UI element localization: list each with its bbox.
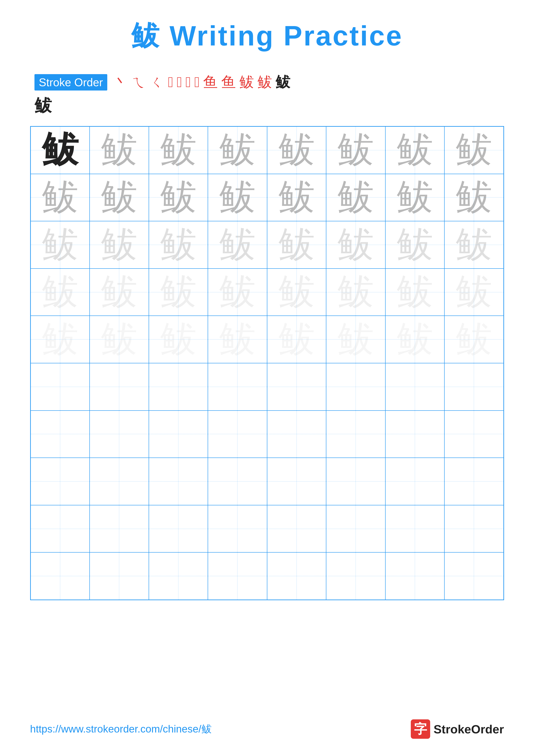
grid-cell-r3c2[interactable]: 鲅 bbox=[89, 221, 149, 269]
grid-cell-r3c4[interactable]: 鲅 bbox=[208, 221, 267, 269]
grid-cell-r6c3[interactable] bbox=[149, 363, 208, 411]
grid-cell-r5c3[interactable]: 鲅 bbox=[149, 316, 208, 363]
grid-cell-r2c4[interactable]: 鲅 bbox=[208, 174, 267, 221]
grid-cell-r9c7[interactable] bbox=[385, 505, 445, 553]
stroke-order-section: Stroke Order 丶 ㄟ ㄑ 𠂇 𠂇 𠂇 𠂇 鱼 鱼 鲅 鲅 鲅 bbox=[35, 72, 517, 92]
grid-cell-r5c6[interactable]: 鲅 bbox=[326, 316, 385, 363]
grid-cell-r1c3[interactable]: 鲅 bbox=[149, 126, 208, 174]
grid-cell-r9c2[interactable] bbox=[89, 505, 149, 553]
grid-cell-r3c5[interactable]: 鲅 bbox=[267, 221, 326, 269]
grid-cell-r2c1[interactable]: 鲅 bbox=[31, 174, 90, 221]
stroke-9: 鱼 bbox=[221, 72, 236, 92]
grid-cell-r8c4[interactable] bbox=[208, 458, 267, 505]
stroke-7: 𠂇 bbox=[194, 74, 200, 91]
grid-cell-r10c6[interactable] bbox=[326, 552, 385, 600]
grid-cell-r8c7[interactable] bbox=[385, 458, 445, 505]
grid-cell-r5c5[interactable]: 鲅 bbox=[267, 316, 326, 363]
grid-cell-r8c1[interactable] bbox=[31, 458, 90, 505]
grid-cell-r6c8[interactable] bbox=[445, 363, 504, 411]
grid-cell-r4c4[interactable]: 鲅 bbox=[208, 269, 267, 316]
grid-cell-r7c5[interactable] bbox=[267, 411, 326, 458]
grid-cell-r10c1[interactable] bbox=[31, 552, 90, 600]
grid-cell-r3c1[interactable]: 鲅 bbox=[31, 221, 90, 269]
grid-cell-r1c8[interactable]: 鲅 bbox=[445, 126, 504, 174]
grid-cell-r2c6[interactable]: 鲅 bbox=[326, 174, 385, 221]
grid-cell-r6c7[interactable] bbox=[385, 363, 445, 411]
grid-cell-r8c8[interactable] bbox=[445, 458, 504, 505]
grid-cell-r2c7[interactable]: 鲅 bbox=[385, 174, 445, 221]
grid-cell-r7c6[interactable] bbox=[326, 411, 385, 458]
grid-cell-r4c3[interactable]: 鲅 bbox=[149, 269, 208, 316]
grid-cell-r9c1[interactable] bbox=[31, 505, 90, 553]
grid-cell-r2c3[interactable]: 鲅 bbox=[149, 174, 208, 221]
char-r5c1: 鲅 bbox=[42, 316, 78, 363]
grid-cell-r2c2[interactable]: 鲅 bbox=[89, 174, 149, 221]
grid-cell-r2c8[interactable]: 鲅 bbox=[445, 174, 504, 221]
grid-cell-r9c3[interactable] bbox=[149, 505, 208, 553]
char-r3c8: 鲅 bbox=[456, 221, 492, 269]
footer-logo-icon: 字 bbox=[411, 719, 430, 739]
grid-cell-r3c8[interactable]: 鲅 bbox=[445, 221, 504, 269]
grid-cell-r5c1[interactable]: 鲅 bbox=[31, 316, 90, 363]
grid-cell-r10c5[interactable] bbox=[267, 552, 326, 600]
grid-cell-r7c2[interactable] bbox=[89, 411, 149, 458]
grid-cell-r6c4[interactable] bbox=[208, 363, 267, 411]
grid-cell-r6c6[interactable] bbox=[326, 363, 385, 411]
grid-cell-r8c6[interactable] bbox=[326, 458, 385, 505]
grid-cell-r8c2[interactable] bbox=[89, 458, 149, 505]
grid-cell-r4c2[interactable]: 鲅 bbox=[89, 269, 149, 316]
grid-cell-r1c2[interactable]: 鲅 bbox=[89, 126, 149, 174]
grid-cell-r9c6[interactable] bbox=[326, 505, 385, 553]
char-r4c3: 鲅 bbox=[160, 269, 197, 316]
stroke-3: ㄑ bbox=[150, 72, 165, 92]
grid-cell-r9c4[interactable] bbox=[208, 505, 267, 553]
grid-cell-r5c4[interactable]: 鲅 bbox=[208, 316, 267, 363]
grid-cell-r1c1[interactable]: 鲅 bbox=[31, 126, 90, 174]
char-r4c4: 鲅 bbox=[219, 269, 256, 316]
grid-cell-r6c5[interactable] bbox=[267, 363, 326, 411]
grid-cell-r8c3[interactable] bbox=[149, 458, 208, 505]
grid-cell-r9c8[interactable] bbox=[445, 505, 504, 553]
grid-cell-r5c2[interactable]: 鲅 bbox=[89, 316, 149, 363]
footer-url[interactable]: https://www.strokeorder.com/chinese/鲅 bbox=[30, 722, 212, 736]
grid-cell-r10c8[interactable] bbox=[445, 552, 504, 600]
char-r1c1: 鲅 bbox=[42, 126, 78, 174]
grid-cell-r4c1[interactable]: 鲅 bbox=[31, 269, 90, 316]
char-r1c4: 鲅 bbox=[219, 126, 256, 174]
grid-cell-r7c8[interactable] bbox=[445, 411, 504, 458]
grid-cell-r1c4[interactable]: 鲅 bbox=[208, 126, 267, 174]
grid-cell-r4c6[interactable]: 鲅 bbox=[326, 269, 385, 316]
practice-char-display: 鲅 bbox=[35, 94, 52, 118]
grid-cell-r10c2[interactable] bbox=[89, 552, 149, 600]
grid-cell-r8c5[interactable] bbox=[267, 458, 326, 505]
grid-cell-r10c3[interactable] bbox=[149, 552, 208, 600]
grid-cell-r2c5[interactable]: 鲅 bbox=[267, 174, 326, 221]
grid-cell-r9c5[interactable] bbox=[267, 505, 326, 553]
grid-cell-r7c4[interactable] bbox=[208, 411, 267, 458]
grid-cell-r3c7[interactable]: 鲅 bbox=[385, 221, 445, 269]
grid-cell-r7c7[interactable] bbox=[385, 411, 445, 458]
grid-cell-r5c7[interactable]: 鲅 bbox=[385, 316, 445, 363]
char-r5c3: 鲅 bbox=[160, 316, 197, 363]
grid-cell-r3c6[interactable]: 鲅 bbox=[326, 221, 385, 269]
char-r5c2: 鲅 bbox=[101, 316, 138, 363]
grid-cell-r1c6[interactable]: 鲅 bbox=[326, 126, 385, 174]
grid-cell-r7c1[interactable] bbox=[31, 411, 90, 458]
grid-cell-r10c7[interactable] bbox=[385, 552, 445, 600]
footer-logo: 字 StrokeOrder bbox=[411, 719, 504, 739]
grid-cell-r7c3[interactable] bbox=[149, 411, 208, 458]
char-r3c3: 鲅 bbox=[160, 221, 197, 269]
page-title: 鲅 Writing Practice bbox=[131, 17, 403, 55]
grid-cell-r10c4[interactable] bbox=[208, 552, 267, 600]
grid-cell-r6c2[interactable] bbox=[89, 363, 149, 411]
char-r3c5: 鲅 bbox=[278, 221, 315, 269]
grid-cell-r1c7[interactable]: 鲅 bbox=[385, 126, 445, 174]
grid-cell-r4c7[interactable]: 鲅 bbox=[385, 269, 445, 316]
grid-cell-r4c5[interactable]: 鲅 bbox=[267, 269, 326, 316]
grid-cell-r3c3[interactable]: 鲅 bbox=[149, 221, 208, 269]
grid-cell-r4c8[interactable]: 鲅 bbox=[445, 269, 504, 316]
grid-cell-r6c1[interactable] bbox=[31, 363, 90, 411]
grid-cell-r5c8[interactable]: 鲅 bbox=[445, 316, 504, 363]
grid-cell-r1c5[interactable]: 鲅 bbox=[267, 126, 326, 174]
char-r3c7: 鲅 bbox=[396, 221, 433, 269]
